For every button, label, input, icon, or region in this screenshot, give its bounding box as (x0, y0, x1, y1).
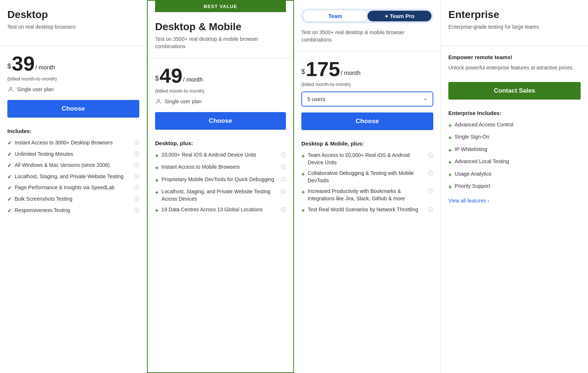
plus-icon: + (448, 122, 452, 130)
list-item: + Increased Productivity with Bookmarks … (301, 188, 433, 202)
desktop-mobile-plan-title: Desktop & Mobile (155, 21, 286, 33)
list-item: ✓ Responsiveness Testing ⓘ (7, 207, 139, 215)
info-icon[interactable]: ⓘ (428, 188, 433, 195)
plus-icon: + (155, 207, 158, 215)
feature-text: Advanced Access Control (455, 121, 513, 129)
view-features-label: View all features (448, 198, 486, 204)
list-item: ✓ Bulk Screenshots Testing ⓘ (7, 196, 139, 203)
list-item: + IP Whitelisting (448, 146, 581, 154)
info-icon[interactable]: ⓘ (428, 206, 433, 214)
info-icon[interactable]: ⓘ (281, 206, 286, 214)
feature-text: IP Whitelisting (455, 146, 487, 153)
info-icon[interactable]: ⓘ (281, 164, 286, 171)
list-item: ✓ Localhost, Staging, and Private Websit… (7, 173, 139, 181)
view-all-features-link[interactable]: View all features › (448, 198, 489, 204)
team-plan: Team ✦ Team Pro Test on 3500+ real deskt… (294, 0, 441, 373)
feature-text: Page Performance & Insights via SpeedLab (15, 184, 115, 191)
feature-text: Instant Access to 3000+ Desktop Browsers (15, 139, 113, 147)
contact-sales-button[interactable]: Contact Sales (448, 82, 581, 100)
feature-text: Team Access to 20,000+ Real iOS & Androi… (308, 152, 425, 166)
feature-text: Usage Analytics (455, 171, 491, 178)
list-item: + Team Access to 20,000+ Real iOS & Andr… (301, 152, 433, 166)
feature-text: Priority Support (455, 183, 490, 190)
enterprise-includes-title: Enterprise Includes: (448, 110, 581, 116)
info-icon[interactable]: ⓘ (281, 188, 286, 196)
check-icon: ✓ (7, 184, 12, 192)
plus-icon: + (448, 158, 452, 166)
list-item: + Advanced Access Control (448, 121, 581, 130)
list-item: + Advanced Local Testing (448, 158, 581, 166)
desktop-mobile-dollar: $ (155, 75, 159, 82)
team-pro-tab-button[interactable]: ✦ Team Pro (368, 11, 432, 21)
enterprise-plan: Enterprise Enterprise-grade testing for … (441, 0, 588, 373)
desktop-dollar: $ (7, 62, 11, 70)
plus-icon: + (448, 171, 452, 179)
feature-text: Localhost, Staging, and Private Website … (15, 173, 123, 180)
feature-text: 19 Data Centres Across 13 Global Locatio… (161, 206, 263, 214)
enterprise-divider (441, 46, 588, 46)
plus-icon: + (448, 146, 452, 154)
desktop-choose-button[interactable]: Choose (7, 100, 139, 118)
feature-text: 20,000+ Real iOS & Android Device Units (161, 151, 256, 159)
plus-icon: + (448, 134, 452, 142)
info-icon[interactable]: ⓘ (281, 176, 286, 183)
info-icon[interactable]: ⓘ (134, 184, 139, 191)
desktop-period: / month (35, 64, 55, 71)
feature-text: Unlimited Testing Minutes (15, 151, 73, 158)
enterprise-feature-list: + Advanced Access Control + Single Sign-… (448, 121, 581, 191)
feature-text: Localhost, Staging, and Private Website … (161, 188, 278, 202)
list-item: + Proprietary Mobile DevTools for Quick … (155, 176, 286, 184)
team-choose-button[interactable]: Choose (301, 112, 433, 130)
plus-icon: + (155, 176, 158, 184)
chevron-right-icon: › (487, 198, 489, 204)
info-icon[interactable]: ⓘ (281, 151, 286, 159)
enterprise-highlight: Empower remote teams! (448, 53, 581, 61)
plus-icon: + (301, 152, 305, 160)
team-billed: (billed month-to-month) (301, 82, 433, 87)
plus-icon: + (301, 188, 305, 196)
info-icon[interactable]: ⓘ (134, 151, 139, 158)
info-icon[interactable]: ⓘ (134, 207, 139, 214)
svg-point-1 (157, 99, 159, 101)
list-item: ✓ Page Performance & Insights via SpeedL… (7, 184, 139, 192)
desktop-plan-desc: Test on real desktop browsers (7, 24, 139, 38)
team-tab-button[interactable]: Team (303, 11, 368, 21)
desktop-user-label: Single user plan (17, 86, 54, 92)
feature-text: Instant Access to Mobile Browsers (161, 164, 240, 171)
users-select[interactable]: 5 users 10 users 15 users 20 users (301, 92, 433, 107)
info-icon[interactable]: ⓘ (134, 173, 139, 180)
desktop-plan: Desktop Test on real desktop browsers $ … (0, 0, 147, 373)
desktop-mobile-choose-button[interactable]: Choose (155, 112, 286, 130)
plus-icon: + (301, 170, 305, 178)
feature-text: Responsiveness Testing (15, 207, 70, 214)
enterprise-sub: Unlock powerful enterprise features at a… (448, 64, 581, 72)
desktop-feature-list: ✓ Instant Access to 3000+ Desktop Browse… (7, 139, 139, 214)
list-item: ✓ All Windows & Mac Versions (since 2008… (7, 162, 139, 169)
info-icon[interactable]: ⓘ (134, 162, 139, 169)
list-item: + Instant Access to Mobile Browsers ⓘ (155, 164, 286, 172)
pricing-grid: Desktop Test on real desktop browsers $ … (0, 0, 588, 373)
plus-icon: + (155, 189, 158, 197)
desktop-mobile-plan: BEST VALUE Desktop & Mobile Test on 3500… (147, 0, 294, 373)
check-icon: ✓ (7, 151, 12, 158)
plus-icon: + (155, 152, 158, 160)
enterprise-plan-desc: Enterprise-grade testing for large teams (448, 24, 581, 38)
feature-text: All Windows & Mac Versions (since 2008) (15, 162, 110, 169)
info-icon[interactable]: ⓘ (428, 152, 433, 159)
desktop-mobile-amount: 49 (159, 65, 182, 86)
team-dollar: $ (301, 68, 305, 76)
info-icon[interactable]: ⓘ (134, 196, 139, 203)
check-icon: ✓ (7, 196, 12, 203)
info-icon[interactable]: ⓘ (428, 170, 433, 177)
desktop-divider (0, 46, 147, 46)
desktop-mobile-user-plan: Single user plan (155, 98, 286, 105)
check-icon: ✓ (7, 173, 12, 181)
desktop-mobile-user-label: Single user plan (165, 98, 201, 104)
desktop-mobile-billed: (billed month-to-month) (155, 88, 286, 94)
info-icon[interactable]: ⓘ (134, 139, 139, 147)
desktop-price-container: $ 39 / month (7, 53, 139, 74)
check-icon: ✓ (7, 207, 12, 215)
check-icon: ✓ (7, 140, 12, 147)
list-item: + Collaborative Debugging & Testing with… (301, 170, 433, 184)
feature-text: Collaborative Debugging & Testing with M… (308, 170, 425, 184)
